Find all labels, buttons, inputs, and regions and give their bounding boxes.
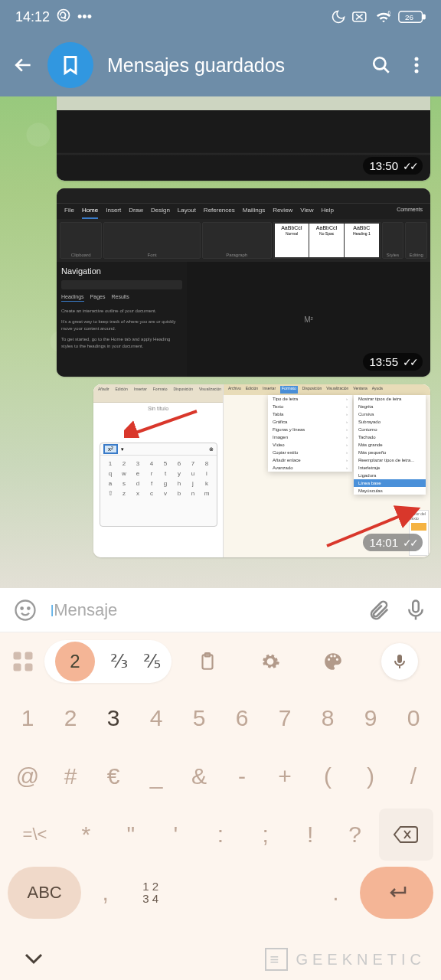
message-2[interactable]: FileHomeInsertDrawDesignLayoutReferences… [57, 188, 430, 377]
keyboard: 2 ⅔ ⅖ 1 2 3 4 5 6 7 8 9 0 @ # € _ & - + … [0, 632, 441, 980]
app-grid-button[interactable] [6, 645, 40, 678]
key-minus[interactable]: - [222, 750, 262, 802]
wifi-icon: 6 [375, 9, 392, 24]
key-0[interactable]: 0 [394, 692, 433, 744]
key-hash[interactable]: # [51, 750, 90, 802]
key-dquote[interactable]: " [110, 808, 152, 861]
svg-rect-4 [423, 15, 425, 18]
key-row-4: ABC , 1 23 4 . [0, 861, 441, 919]
key-abc[interactable]: ABC [8, 867, 81, 919]
svg-rect-19 [25, 664, 33, 671]
menu-button[interactable] [406, 54, 427, 76]
key-underscore[interactable]: _ [136, 750, 176, 802]
message-2-time: 13:55✓✓ [363, 353, 423, 371]
key-6[interactable]: 6 [222, 692, 262, 744]
suggestion-alt-2[interactable]: ⅖ [143, 651, 161, 672]
svg-point-9 [415, 70, 419, 74]
key-numpad[interactable]: 1 23 4 [129, 867, 172, 919]
keyboard-hide-button[interactable] [23, 952, 44, 969]
key-5[interactable]: 5 [179, 692, 219, 744]
key-star[interactable]: * [65, 808, 107, 861]
clipboard-button[interactable] [193, 647, 222, 676]
key-enter[interactable] [360, 867, 433, 919]
voice-button[interactable] [404, 599, 427, 622]
message-1-time: 13:50✓✓ [363, 157, 423, 175]
status-bar: 14:12 ••• 6 26 [0, 0, 441, 34]
message-1[interactable]: 13:50✓✓ [57, 96, 430, 181]
key-row-3: =\< * " ' : ; ! ? [0, 802, 441, 861]
key-row-2: @ # € _ & - + ( ) / [0, 744, 441, 802]
svg-point-0 [58, 9, 70, 21]
saved-messages-avatar[interactable] [47, 42, 93, 88]
key-slash[interactable]: / [394, 750, 433, 802]
key-rparen[interactable]: ) [351, 750, 390, 802]
palette-button[interactable] [318, 647, 348, 676]
key-period[interactable]: . [315, 867, 357, 919]
chat-title[interactable]: Mensajes guardados [107, 54, 357, 77]
key-8[interactable]: 8 [308, 692, 348, 744]
key-squote[interactable]: ' [155, 808, 197, 861]
key-semicolon[interactable]: ; [244, 808, 286, 861]
message-3-thumbnail: AñadirEdiciónInsertarFormatoDisposiciónV… [93, 384, 430, 557]
key-colon[interactable]: : [200, 808, 242, 861]
svg-rect-18 [14, 664, 21, 671]
svg-point-12 [16, 600, 35, 619]
key-bang[interactable]: ! [289, 808, 332, 861]
back-button[interactable] [14, 55, 34, 75]
svg-text:26: 26 [405, 13, 413, 21]
whatsapp-icon [56, 8, 71, 27]
keyboard-voice-button[interactable] [381, 643, 418, 680]
search-button[interactable] [371, 54, 392, 76]
svg-rect-17 [25, 652, 33, 660]
more-dots-icon: ••• [77, 9, 92, 25]
suggestion-primary[interactable]: 2 [55, 642, 95, 681]
key-at[interactable]: @ [8, 750, 47, 802]
key-euro[interactable]: € [93, 750, 133, 802]
key-space[interactable] [175, 867, 312, 919]
svg-text:6: 6 [388, 10, 391, 15]
attach-button[interactable] [368, 599, 390, 622]
svg-line-10 [132, 411, 197, 434]
chat-messages-area[interactable]: 13:50✓✓ FileHomeInsertDrawDesignLayoutRe… [0, 96, 441, 588]
data-off-icon [352, 9, 369, 24]
svg-point-8 [415, 64, 419, 67]
watermark: ≡ GEEKNETIC [265, 948, 426, 971]
app-bar: Mensajes guardados [0, 34, 441, 96]
emoji-button[interactable] [14, 599, 37, 622]
suggestion-bar: 2 ⅔ ⅖ [0, 637, 441, 686]
svg-rect-16 [14, 652, 21, 660]
svg-point-6 [374, 57, 385, 69]
svg-rect-15 [413, 600, 419, 612]
key-1[interactable]: 1 [8, 692, 47, 744]
key-comma[interactable]: , [84, 867, 126, 919]
svg-point-7 [415, 57, 419, 61]
suggestion-pill: 2 ⅔ ⅖ [44, 640, 172, 683]
settings-button[interactable] [256, 647, 285, 676]
message-input-bar: | [0, 588, 441, 632]
key-2[interactable]: 2 [51, 692, 90, 744]
message-3[interactable]: AñadirEdiciónInsertarFormatoDisposiciónV… [93, 384, 430, 557]
watermark-text: GEEKNETIC [296, 951, 426, 969]
key-3[interactable]: 3 [93, 692, 133, 744]
key-backspace[interactable] [379, 808, 433, 861]
watermark-logo-icon: ≡ [265, 948, 288, 971]
svg-point-13 [21, 607, 23, 609]
key-lparen[interactable]: ( [308, 750, 348, 802]
message-3-time: 14:01✓✓ [363, 534, 423, 551]
message-2-thumbnail: FileHomeInsertDrawDesignLayoutReferences… [57, 188, 430, 377]
key-ampersand[interactable]: & [179, 750, 219, 802]
moon-icon [331, 9, 346, 24]
key-question[interactable]: ? [334, 808, 376, 861]
battery-icon: 26 [398, 10, 426, 24]
status-time: 14:12 [15, 9, 50, 25]
suggestion-alt-1[interactable]: ⅔ [110, 651, 128, 672]
key-symbols[interactable]: =\< [8, 808, 62, 861]
key-row-1: 1 2 3 4 5 6 7 8 9 0 [0, 686, 441, 744]
message-input[interactable] [54, 600, 354, 620]
key-7[interactable]: 7 [265, 692, 305, 744]
key-plus[interactable]: + [265, 750, 305, 802]
key-4[interactable]: 4 [136, 692, 176, 744]
svg-point-14 [28, 607, 30, 609]
key-9[interactable]: 9 [351, 692, 390, 744]
svg-rect-22 [397, 655, 402, 663]
